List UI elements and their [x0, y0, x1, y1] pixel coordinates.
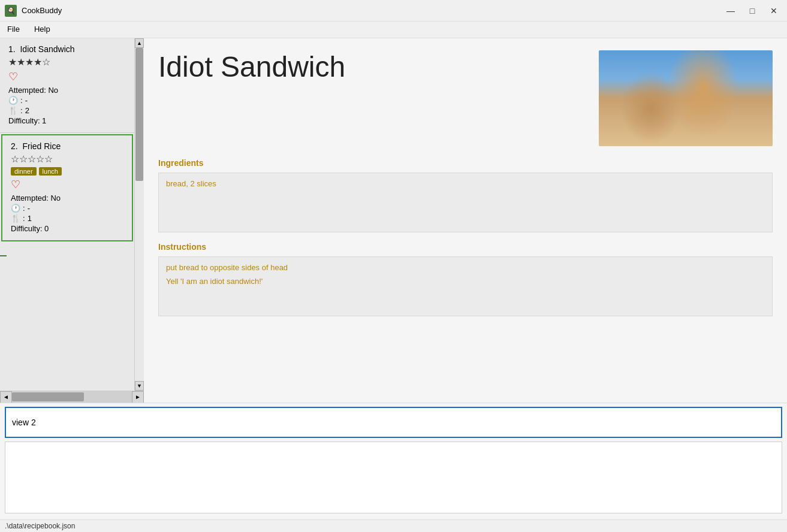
- recipe-list[interactable]: 1. Idiot Sandwich ★★★★☆ ♡ Attempted: No …: [0, 38, 134, 391]
- menu-help[interactable]: Help: [27, 23, 58, 37]
- fork-icon-2: 🍴: [11, 214, 20, 223]
- scroll-up-arrow[interactable]: ▲: [135, 38, 144, 48]
- list-vscrollbar[interactable]: ▲ ▼: [134, 38, 144, 391]
- right-panel: Idiot Sandwich Ingredients bread, 2 slic…: [144, 38, 787, 403]
- recipe-2-attempted: Attempted: No: [11, 194, 123, 202]
- hscroll-thumb[interactable]: [12, 392, 84, 401]
- scroll-left-arrow[interactable]: ◄: [0, 391, 12, 403]
- minimize-button[interactable]: —: [722, 4, 739, 17]
- menu-file[interactable]: File: [0, 23, 27, 37]
- hscroll-track[interactable]: [12, 391, 132, 403]
- recipe-2-tags: dinner lunch: [11, 167, 123, 176]
- recipe-1-title: 1. Idiot Sandwich: [8, 44, 126, 54]
- recipe-2-difficulty: Difficulty: 0: [11, 224, 123, 233]
- ingredients-label: Ingredients: [158, 158, 773, 168]
- fork-icon: 🍴: [8, 106, 18, 115]
- main-area: Recipe that you want to view 1. Idiot Sa…: [0, 38, 787, 403]
- ingredient-0: bread, 2 slices: [166, 179, 765, 188]
- scroll-thumb[interactable]: [135, 48, 143, 181]
- instruction-1: Yell 'I am an idiot sandwich!': [166, 277, 765, 286]
- scroll-track[interactable]: [135, 48, 144, 381]
- left-panel: 1. Idiot Sandwich ★★★★☆ ♡ Attempted: No …: [0, 38, 144, 403]
- recipe-1-difficulty: Difficulty: 1: [8, 116, 126, 125]
- output-area[interactable]: [5, 442, 782, 513]
- recipe-1-attempted: Attempted: No: [8, 86, 126, 95]
- recipe-card-2[interactable]: 2. Fried Rice ☆☆☆☆☆ dinner lunch ♡ Attem…: [1, 134, 133, 241]
- tag-lunch: lunch: [39, 167, 62, 176]
- recipe-2-heart[interactable]: ♡: [11, 178, 123, 191]
- instructions-section: Instructions put bread to opposite sides…: [158, 242, 773, 316]
- menubar: File Help: [0, 22, 787, 38]
- recipe-detail-title: Idiot Sandwich: [158, 50, 345, 83]
- recipe-2-time: 🕐: -: [11, 204, 123, 213]
- clock-icon: 🕐: [8, 96, 18, 105]
- recipe-card-1[interactable]: 1. Idiot Sandwich ★★★★☆ ♡ Attempted: No …: [0, 38, 134, 133]
- recipe-image-content: [599, 50, 773, 146]
- clock-icon-2: 🕐: [11, 204, 20, 213]
- app-title: CookBuddy: [22, 6, 722, 15]
- instructions-label: Instructions: [158, 242, 773, 252]
- recipe-2-title: 2. Fried Rice: [11, 141, 123, 151]
- app-icon: 🍳: [5, 5, 17, 17]
- window-controls: — □ ✕: [722, 4, 782, 17]
- command-input[interactable]: [5, 407, 782, 438]
- ingredients-section: Ingredients bread, 2 slices: [158, 158, 773, 232]
- scroll-down-arrow[interactable]: ▼: [135, 381, 144, 391]
- recipe-2-servings: 🍴 : 1: [11, 214, 123, 223]
- recipe-1-heart[interactable]: ♡: [8, 70, 126, 83]
- recipe-2-stars: ☆☆☆☆☆: [11, 153, 123, 165]
- maximize-button[interactable]: □: [744, 4, 761, 17]
- status-bar: .\data\recipebook.json: [0, 519, 787, 532]
- close-button[interactable]: ✕: [765, 4, 782, 17]
- instruction-0: put bread to opposite sides of head: [166, 263, 765, 272]
- instructions-box: put bread to opposite sides of head Yell…: [158, 256, 773, 316]
- status-text: .\data\recipebook.json: [5, 522, 75, 530]
- recipe-1-servings: 🍴 : 2: [8, 106, 126, 115]
- scroll-right-arrow[interactable]: ►: [132, 391, 144, 403]
- bottom-area: [0, 403, 787, 519]
- ingredients-box: bread, 2 slices: [158, 173, 773, 232]
- recipe-1-time: 🕐: -: [8, 96, 126, 105]
- tag-dinner: dinner: [11, 167, 37, 176]
- recipe-1-stars: ★★★★☆: [8, 56, 126, 68]
- list-hscrollbar[interactable]: ◄ ►: [0, 391, 144, 403]
- titlebar: 🍳 CookBuddy — □ ✕: [0, 0, 787, 22]
- recipe-image: [599, 50, 773, 146]
- list-area: 1. Idiot Sandwich ★★★★☆ ♡ Attempted: No …: [0, 38, 144, 391]
- annotation-arrow: [0, 255, 7, 256]
